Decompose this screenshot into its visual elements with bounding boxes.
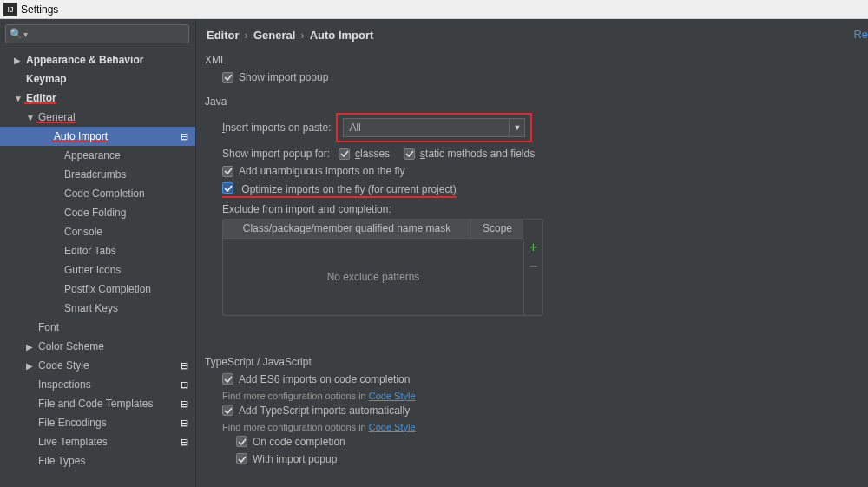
- sidebar-item-inspections[interactable]: Inspections⊟: [0, 375, 195, 394]
- sidebar-item-editor[interactable]: ▼Editor: [0, 89, 195, 108]
- sidebar-item-keymap[interactable]: Keymap: [0, 69, 195, 89]
- xml-section-title: XML: [205, 54, 859, 66]
- settings-icon: ⊟: [181, 437, 188, 448]
- sidebar-item-label: Breadcrumbs: [62, 168, 126, 181]
- exclude-col-mask: Class/package/member qualified name mask: [223, 220, 471, 238]
- breadcrumb-3: Auto Import: [310, 29, 374, 42]
- code-style-link[interactable]: Code Style: [369, 422, 416, 432]
- arrow-icon: ▶: [26, 342, 36, 352]
- breadcrumb-2: General: [253, 29, 295, 42]
- arrow-icon: ▼: [26, 113, 36, 122]
- sidebar-item-general[interactable]: ▼General: [0, 108, 195, 127]
- optimize-imports-row[interactable]: Optimize imports on the fly (for current…: [222, 182, 859, 198]
- sidebar-item-appearance-behavior[interactable]: ▶Appearance & Behavior: [0, 50, 195, 69]
- sidebar-item-gutter-icons[interactable]: Gutter Icons: [0, 260, 195, 280]
- window-title: Settings: [21, 3, 58, 16]
- sidebar-item-label: Color Scheme: [36, 340, 104, 352]
- sidebar-item-color-scheme[interactable]: ▶Color Scheme: [0, 337, 195, 356]
- insert-imports-select[interactable]: All ▼: [343, 118, 525, 137]
- sidebar-item-label: Appearance: [62, 149, 121, 161]
- search-input[interactable]: 🔍 ▾: [5, 24, 189, 43]
- sidebar-item-file-encodings[interactable]: File Encodings⊟: [0, 413, 195, 432]
- checkbox-checked-icon: [222, 405, 233, 416]
- settings-icon: ⊟: [181, 418, 188, 429]
- sidebar-item-appearance[interactable]: Appearance: [0, 146, 195, 165]
- breadcrumb: Editor › General › Auto Import: [196, 19, 868, 50]
- breadcrumb-1: Editor: [207, 29, 240, 42]
- sidebar-item-label: File Types: [36, 455, 85, 467]
- exclude-label: Exclude from import and completion:: [222, 203, 859, 215]
- sidebar-item-code-folding[interactable]: Code Folding: [0, 203, 195, 222]
- add-unambiguous-row[interactable]: Add unambiguous imports on the fly: [222, 165, 859, 177]
- settings-icon: ⊟: [181, 131, 188, 142]
- checkbox-checked-icon[interactable]: [404, 148, 415, 160]
- exclude-toolbar: + −: [523, 239, 542, 315]
- code-style-link[interactable]: Code Style: [369, 391, 416, 401]
- add-ts-label: Add TypeScript imports automatically: [239, 405, 410, 417]
- exclude-table-header: Class/package/member qualified name mask…: [223, 220, 523, 239]
- title-bar: IJ Settings: [0, 0, 868, 19]
- with-popup-label: With import popup: [253, 453, 337, 465]
- add-es6-row[interactable]: Add ES6 imports on code completion: [222, 373, 859, 385]
- sidebar-item-live-templates[interactable]: Live Templates⊟: [0, 432, 195, 451]
- sidebar-item-label: Live Templates: [36, 436, 108, 448]
- sidebar-item-auto-import[interactable]: Auto Import⊟: [0, 127, 195, 146]
- sidebar-item-postfix-completion[interactable]: Postfix Completion: [0, 280, 195, 299]
- sidebar-item-file-and-code-templates[interactable]: File and Code Templates⊟: [0, 394, 195, 413]
- ts-note-2: Find more configuration options in Code …: [222, 422, 859, 432]
- sidebar-item-file-types[interactable]: File Types: [0, 451, 195, 471]
- settings-icon: ⊟: [181, 379, 188, 391]
- insert-imports-label: Insert imports on paste:: [222, 122, 331, 134]
- sidebar-item-smart-keys[interactable]: Smart Keys: [0, 299, 195, 318]
- content-panel: Re Editor › General › Auto Import XML Sh…: [196, 19, 868, 487]
- sidebar-item-label: Auto Import: [52, 130, 108, 142]
- sidebar-item-font[interactable]: Font: [0, 318, 195, 337]
- exclude-col-scope: Scope: [471, 220, 523, 238]
- show-popup-for-row: Show import popup for: classes static me…: [222, 148, 859, 160]
- sidebar-item-label: Editor Tabs: [62, 245, 116, 257]
- sidebar-item-label: Smart Keys: [62, 302, 118, 314]
- sidebar-item-label: Postfix Completion: [62, 283, 151, 295]
- java-section-title: Java: [205, 95, 859, 108]
- plus-icon[interactable]: +: [529, 240, 537, 254]
- checkbox-checked-icon: [222, 166, 233, 177]
- sidebar-item-label: File Encodings: [36, 417, 107, 429]
- add-es6-label: Add ES6 imports on code completion: [239, 373, 410, 385]
- body-area: XML Show import popup Java Insert import…: [196, 50, 868, 487]
- chevron-down-icon: ▼: [509, 119, 524, 136]
- search-wrap: 🔍 ▾: [0, 19, 195, 49]
- sidebar-item-editor-tabs[interactable]: Editor Tabs: [0, 241, 195, 260]
- sidebar-item-label: Font: [36, 321, 59, 333]
- sidebar-item-code-style[interactable]: ▶Code Style⊟: [0, 356, 195, 375]
- sidebar-item-code-completion[interactable]: Code Completion: [0, 184, 195, 203]
- sidebar: 🔍 ▾ ▶Appearance & BehaviorKeymap▼Editor▼…: [0, 19, 196, 487]
- top-right-link[interactable]: Re: [853, 28, 868, 41]
- sidebar-item-breadcrumbs[interactable]: Breadcrumbs: [0, 165, 195, 184]
- sidebar-item-console[interactable]: Console: [0, 222, 195, 241]
- chevron-right-icon: ›: [245, 29, 248, 42]
- with-popup-row[interactable]: With import popup: [236, 453, 859, 465]
- sidebar-item-label: Code Style: [36, 359, 89, 372]
- exclude-panel: Class/package/member qualified name mask…: [222, 219, 543, 316]
- arrow-icon: ▶: [14, 56, 24, 65]
- classes-label: classes: [355, 148, 390, 160]
- search-icon: 🔍: [10, 28, 23, 40]
- on-completion-label: On code completion: [253, 436, 345, 448]
- sidebar-item-label: Gutter Icons: [62, 264, 121, 276]
- insert-imports-row: Insert imports on paste: All ▼: [222, 113, 859, 142]
- checkbox-checked-icon: [222, 182, 233, 194]
- red-highlight-box: All ▼: [336, 113, 532, 142]
- add-ts-row[interactable]: Add TypeScript imports automatically: [222, 405, 859, 417]
- on-completion-row[interactable]: On code completion: [236, 436, 859, 448]
- add-unambiguous-label: Add unambiguous imports on the fly: [239, 165, 404, 177]
- sidebar-item-label: General: [36, 111, 76, 123]
- xml-show-popup-row[interactable]: Show import popup: [222, 71, 859, 83]
- sidebar-item-label: Keymap: [24, 73, 67, 85]
- optimize-imports-label: Optimize imports on the fly (for current…: [241, 183, 456, 195]
- sidebar-item-label: Console: [62, 226, 102, 238]
- settings-tree: ▶Appearance & BehaviorKeymap▼Editor▼Gene…: [0, 49, 195, 487]
- select-value: All: [344, 122, 509, 134]
- checkbox-checked-icon[interactable]: [339, 148, 350, 160]
- settings-icon: ⊟: [181, 398, 188, 410]
- arrow-icon: ▼: [14, 94, 24, 103]
